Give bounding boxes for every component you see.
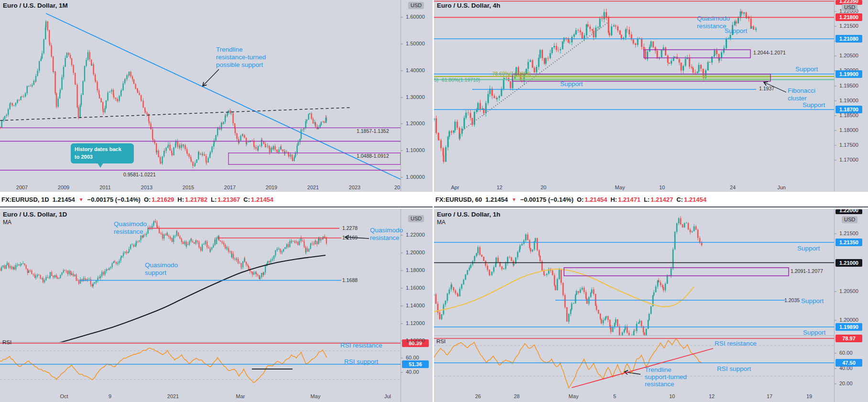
panel-title: Euro / U.S. Dollar, 4h [437, 2, 500, 10]
time-axis-tick: 17 [767, 393, 772, 400]
price-axis-tick: 1.21500 [839, 23, 858, 29]
rsi-axis-tick: 20.00 [839, 380, 853, 387]
time-axis-tick: 12 [709, 393, 715, 400]
annotation-text[interactable]: Support [803, 329, 825, 337]
annotation-text[interactable]: support-turned [645, 373, 687, 381]
time-axis-tick: 2009 [58, 185, 69, 191]
time-axis-tick: 2015 [183, 185, 194, 191]
annotation-text[interactable]: Trendline [645, 366, 672, 374]
price-zone-box[interactable] [512, 74, 770, 81]
price-badge: 78.97 [835, 335, 862, 342]
price-axis-tick: 1.18000 [406, 267, 425, 273]
open-value: O:1.21454 [577, 196, 607, 203]
price-axis-tick: 1.18000 [839, 127, 858, 133]
price-range-label: 1.0488-1.0912 [357, 153, 389, 159]
price-axis-tick: 1.50000 [406, 41, 425, 47]
price-range-label: 1.1688 [342, 277, 358, 283]
price-axis-tick: 1.19000 [839, 98, 858, 104]
price-badge: 1.21000 [835, 259, 862, 267]
open-value: O:1.21629 [144, 196, 174, 203]
time-axis-tick: 2021 [167, 393, 179, 400]
price-axis-tick: 1.10000 [406, 337, 425, 344]
price-badge: 1.19900 [835, 70, 862, 78]
price-range-label: MA [3, 219, 11, 226]
time-axis-tick: 19 [806, 393, 812, 400]
annotation-text[interactable]: RSI support [344, 358, 378, 366]
price-axis-tick: 1.19500 [839, 83, 858, 89]
annotation-text[interactable]: resistance [114, 228, 143, 236]
price-axis-tick: 1.20500 [839, 288, 858, 294]
callout-text: to 2003 [75, 153, 130, 161]
annotation-text[interactable]: Support [795, 65, 818, 73]
time-axis-tick: 10 [669, 393, 675, 400]
axis-currency-chip[interactable]: USD [842, 4, 857, 11]
annotation-text[interactable]: Quasimodo [697, 15, 730, 22]
axis-currency-chip[interactable]: USD [408, 215, 424, 222]
axis-currency-chip[interactable]: USD [842, 216, 857, 223]
time-axis-tick: Apr [451, 185, 459, 191]
callout-text: History dates back [75, 146, 130, 153]
rsi-axis-tick: 60.00 [406, 355, 419, 361]
change-value: −0.00175 (−0.14%) [520, 196, 573, 203]
time-axis-tick: May [569, 393, 579, 400]
time-axis-tick: 9 [108, 393, 111, 400]
annotation-text[interactable]: Fibonacci [788, 87, 815, 95]
time-axis-tick: 12 [497, 185, 502, 191]
annotation-text[interactable]: resistance [370, 234, 400, 242]
price-axis-tick: 1.17500 [839, 142, 858, 148]
panel-title: Euro / U.S. Dollar, 1h [437, 211, 500, 218]
status-bar-daily[interactable]: FX:EURUSD, 1D 1.21454 ▼ −0.00175 (−0.14%… [0, 192, 432, 207]
symbol-label: FX:EURUSD, 60 [435, 196, 482, 203]
annotation-text[interactable]: possible support [216, 61, 263, 69]
rsi-price-badge: 51.36 [402, 360, 429, 368]
annotation-text[interactable]: Quasimodo [145, 261, 178, 269]
annotation-text[interactable]: Support [560, 80, 583, 88]
price-axis-tick: 1.14000 [406, 303, 425, 309]
high-value: H:1.21782 [177, 196, 207, 203]
annotation-text[interactable]: resistance [645, 380, 674, 388]
time-axis-tick: 2013 [141, 185, 152, 191]
price-axis-tick: 1.20500 [839, 53, 858, 59]
time-axis-tick: 24 [730, 185, 736, 191]
annotation-text[interactable]: cluster [788, 95, 807, 102]
annotation-text[interactable]: resistance [697, 22, 727, 30]
price-axis-tick: 1.20000 [406, 120, 425, 127]
plot-area-eurusd-4h[interactable] [434, 0, 834, 184]
annotation-text[interactable]: resistance-turned [216, 54, 266, 61]
annotation-text[interactable]: Trendline [216, 46, 243, 54]
annotation-text[interactable]: RSI resistance [340, 342, 382, 349]
annotation-text[interactable]: Support [797, 245, 820, 252]
time-axis-tick: 2023 [349, 185, 360, 191]
panel-title: Euro / U.S. Dollar, 1D [3, 211, 67, 218]
annotation-text[interactable]: Support [725, 27, 747, 35]
time-axis-tick: May [615, 185, 625, 191]
symbol-label: FX:EURUSD, 1D [1, 196, 49, 203]
axis-currency-chip[interactable]: USD [408, 2, 424, 9]
annotation-text[interactable]: RSI resistance [715, 340, 757, 348]
time-axis-tick: Jun [777, 185, 786, 191]
annotation-text[interactable]: Quasimodo [114, 220, 147, 228]
time-axis-tick: 2011 [99, 185, 111, 191]
price-range-label: 1.2035 [784, 297, 800, 303]
price-badge: 1.21800 [835, 13, 862, 21]
annotation-text[interactable]: Quasimodo [370, 227, 403, 234]
price-axis-tick: 1.16000 [406, 285, 425, 291]
plot-area-eurusd-1h[interactable] [434, 209, 834, 336]
callout-bubble[interactable]: History dates backto 2003 [71, 143, 134, 163]
low-value: L:1.21427 [644, 196, 673, 203]
price-badge: 1.21080 [835, 35, 862, 43]
annotation-text[interactable]: Support [803, 101, 825, 109]
price-range-label: 1.2091-1.2077 [791, 268, 823, 274]
annotation-text[interactable]: RSI support [717, 365, 751, 373]
price-axis-tick: 1.21500 [839, 230, 858, 237]
change-value: −0.00175 (−0.14%) [87, 196, 141, 203]
annotation-text[interactable]: support [145, 269, 166, 277]
price-axis-tick: 1.60000 [406, 14, 425, 20]
price-range-label: 1.1857-1.1352 [357, 128, 389, 134]
status-bar-hourly[interactable]: FX:EURUSD, 60 1.21454 ▼ −0.00175 (−0.14%… [434, 192, 866, 207]
price-axis-tick: 1.17000 [839, 157, 858, 163]
time-axis-tick: 5 [613, 393, 616, 400]
time-axis-tick: 2017 [224, 185, 236, 191]
annotation-text[interactable]: Support [801, 297, 824, 305]
price-badge: 1.22000 [835, 209, 862, 214]
